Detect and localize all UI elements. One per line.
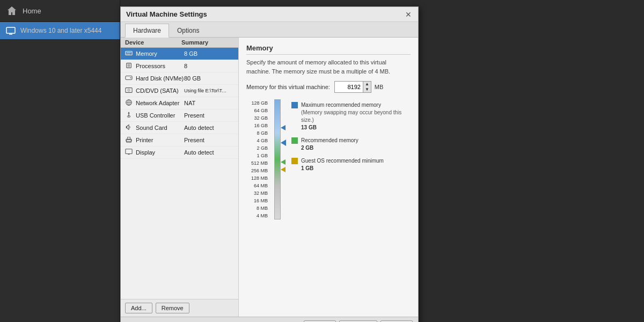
scale-32mb: 32 MB — [246, 189, 270, 197]
svg-rect-31 — [291, 137, 298, 144]
scale-4mb: 4 MB — [246, 212, 270, 219]
device-summary-sound: Auto detect — [184, 125, 234, 131]
max-rec-note: (Memory swapping may occur beyond this s… — [301, 109, 411, 124]
svg-point-11 — [130, 77, 131, 79]
device-row-usb[interactable]: USB Controller Present — [121, 109, 238, 122]
processors-icon — [125, 62, 134, 70]
rec-value: 2 GB — [301, 144, 358, 152]
device-row-display[interactable]: Display Auto detect — [121, 147, 238, 159]
scale-8mb: 8 MB — [246, 204, 270, 212]
printer-icon — [125, 136, 134, 144]
current-mem-arrow — [281, 140, 286, 146]
legend-guest: Guest OS recommended minimum 1 GB — [291, 157, 411, 172]
scale-128mb: 128 MB — [246, 174, 270, 182]
svg-marker-20 — [128, 112, 130, 114]
device-summary-memory: 8 GB — [184, 50, 234, 57]
device-list-header: Device Summary — [121, 38, 238, 48]
scale-128gb: 128 GB — [246, 99, 270, 107]
sidebar-vm-item[interactable]: Windows 10 and later x5444 — [0, 22, 120, 39]
scale-2gb: 2 GB — [246, 144, 270, 152]
device-row-printer[interactable]: Printer Present — [121, 134, 238, 147]
device-summary-processors: 8 — [184, 63, 234, 69]
svg-rect-24 — [127, 140, 131, 142]
max-rec-arrow — [281, 125, 286, 130]
scale-8gb: 8 GB — [246, 129, 270, 137]
device-row-memory[interactable]: Memory 8 GB — [121, 48, 238, 60]
memory-visualization: 128 GB 64 GB 32 GB 16 GB 8 GB 4 GB 2 GB … — [246, 99, 411, 219]
device-panel: Device Summary Memory 8 G — [121, 38, 239, 317]
scale-256mb: 256 MB — [246, 167, 270, 174]
col-summary: Summary — [181, 39, 234, 46]
svg-rect-5 — [127, 54, 128, 55]
tab-options[interactable]: Options — [169, 24, 207, 37]
slider-track-bar — [274, 99, 281, 219]
device-name-display: Display — [136, 149, 184, 156]
device-row-processors[interactable]: Processors 8 — [121, 60, 238, 72]
max-rec-value: 13 GB — [301, 124, 411, 131]
device-summary-harddisk: 80 GB — [184, 75, 234, 82]
memory-input-row: Memory for this virtual machine: ▲ ▼ MB — [246, 81, 411, 93]
harddisk-icon — [125, 74, 134, 83]
device-row-harddisk[interactable]: Hard Disk (NVMe) 80 GB — [121, 72, 238, 85]
scale-4gb: 4 GB — [246, 137, 270, 144]
guest-label: Guest OS recommended minimum — [301, 157, 384, 165]
dialog-tabs: Hardware Options — [121, 22, 418, 38]
device-summary-display: Auto detect — [184, 149, 234, 156]
memory-panel: Memory Specify the amount of memory allo… — [239, 38, 418, 317]
guest-value: 1 GB — [301, 165, 384, 172]
device-list: Memory 8 GB Processors 8 — [121, 48, 238, 299]
svg-point-14 — [128, 90, 129, 90]
sidebar-home[interactable]: Home — [0, 0, 120, 22]
device-summary-printer: Present — [184, 137, 234, 143]
device-name-harddisk: Hard Disk (NVMe) — [136, 75, 184, 82]
device-summary-cddvd: Using file E:\Tor\Test OS\ub... — [184, 88, 227, 93]
legend-max-rec: Maximum recommended memory (Memory swapp… — [291, 101, 411, 131]
close-button[interactable]: ✕ — [404, 11, 413, 18]
svg-rect-9 — [127, 64, 130, 67]
remove-button[interactable]: Remove — [156, 303, 189, 313]
device-name-processors: Processors — [136, 63, 184, 69]
scale-64mb: 64 MB — [246, 182, 270, 189]
memory-slider-track[interactable] — [270, 99, 286, 219]
memory-scale: 128 GB 64 GB 32 GB 16 GB 8 GB 4 GB 2 GB … — [246, 99, 286, 219]
svg-rect-30 — [291, 102, 298, 108]
scale-16gb: 16 GB — [246, 122, 270, 129]
memory-icon — [125, 49, 134, 58]
virtual-machine-settings-dialog: Virtual Machine Settings ✕ Hardware Opti… — [120, 6, 419, 322]
scale-512mb: 512 MB — [246, 159, 270, 167]
scale-32gb: 32 GB — [246, 114, 270, 122]
cddvd-icon — [125, 86, 134, 95]
home-icon — [5, 4, 18, 17]
svg-marker-22 — [127, 125, 129, 130]
memory-section-title: Memory — [246, 44, 411, 55]
scale-64gb: 64 GB — [246, 107, 270, 114]
memory-increment-button[interactable]: ▲ — [363, 82, 371, 87]
device-name-network: Network Adapter — [136, 100, 184, 106]
device-summary-usb: Present — [184, 112, 234, 119]
device-name-cddvd: CD/DVD (SATA) — [136, 87, 184, 94]
memory-legend: Maximum recommended memory (Memory swapp… — [291, 99, 411, 219]
display-icon — [125, 148, 134, 157]
dialog-titlebar: Virtual Machine Settings ✕ — [121, 7, 418, 22]
svg-rect-7 — [129, 54, 130, 55]
svg-rect-32 — [291, 158, 298, 164]
dialog-title: Virtual Machine Settings — [126, 10, 207, 18]
guest-icon — [291, 158, 298, 164]
device-row-sound[interactable]: Sound Card Auto detect — [121, 122, 238, 134]
tab-hardware[interactable]: Hardware — [125, 24, 169, 38]
device-row-network[interactable]: Network Adapter NAT — [121, 97, 238, 109]
device-name-memory: Memory — [136, 50, 184, 57]
device-name-usb: USB Controller — [136, 112, 184, 119]
device-row-cddvd[interactable]: CD/DVD (SATA) Using file E:\Tor\Test OS\… — [121, 85, 238, 97]
dialog-body: Device Summary Memory 8 G — [121, 38, 418, 317]
memory-unit-label: MB — [375, 84, 384, 90]
memory-decrement-button[interactable]: ▼ — [363, 87, 371, 92]
col-device: Device — [125, 39, 181, 46]
svg-rect-4 — [127, 52, 131, 53]
rec-icon — [291, 137, 298, 144]
dialog-footer: OK Cancel Help — [121, 317, 418, 322]
rec-mem-arrow — [281, 159, 286, 165]
network-icon — [125, 99, 134, 107]
memory-value-input[interactable] — [335, 83, 363, 91]
add-button[interactable]: Add... — [125, 303, 152, 313]
